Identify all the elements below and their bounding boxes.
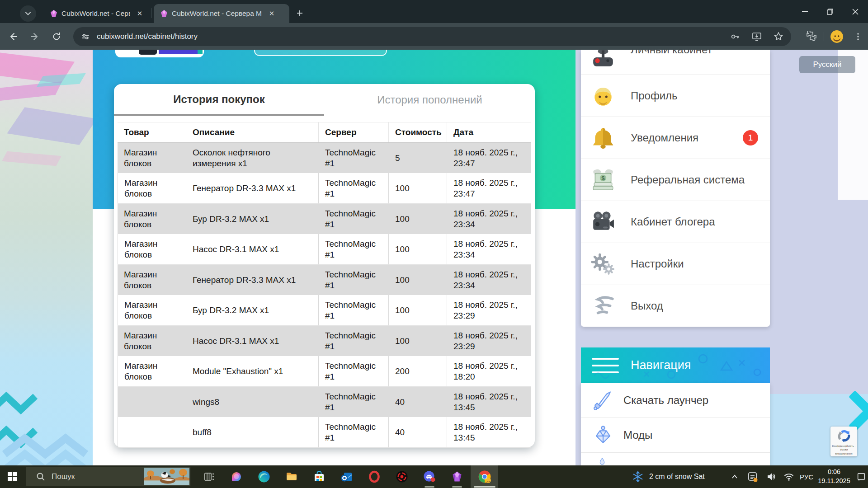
task-view-button[interactable]: [198, 465, 221, 488]
bookmark-star-icon[interactable]: [773, 31, 784, 42]
table-cell-server: TechnoMagic #1: [319, 265, 389, 295]
table-header-cell: Товар: [118, 122, 186, 142]
table-cell-description: Генератор DR-3.3 MAX x1: [186, 265, 319, 295]
search-icon: [36, 472, 45, 481]
table-cell-product: Магазин блоков: [118, 326, 186, 356]
outlook-icon: [340, 470, 353, 483]
tray-news-button[interactable]: [744, 465, 761, 488]
table-cell-server: TechnoMagic #1: [319, 417, 389, 447]
browser-tab-2-active[interactable]: CubixWorld.net - Сервера Май ✕: [154, 4, 289, 23]
tray-language-button[interactable]: РУС: [797, 465, 816, 488]
table-cell-description: Насос DR-3.1 MAX x1: [186, 234, 319, 264]
table-row: Магазин блоковНасос DR-3.1 MAX x1TechnoM…: [118, 326, 531, 356]
window-minimize-button[interactable]: [792, 0, 817, 23]
dash-icon: [591, 294, 615, 318]
clock-date: 19.11.2025: [818, 477, 850, 486]
table-cell-date: 18 нояб. 2025 г.,23:34: [447, 204, 531, 234]
tray-network-button[interactable]: [780, 465, 797, 488]
navigation-item[interactable]: Скачать лаунчер: [581, 383, 770, 418]
running-indicator: [474, 486, 495, 488]
taskbar-app-cubix-launcher[interactable]: [443, 465, 471, 488]
taskbar-app-opera[interactable]: [360, 465, 388, 488]
background-art-left: [0, 50, 93, 465]
taskbar-app-game-launcher[interactable]: [388, 465, 415, 488]
taskbar-app-chrome[interactable]: [471, 465, 498, 488]
cubix-launcher-icon: [451, 470, 463, 483]
notification-badge: 1: [743, 130, 758, 145]
account-menu-item-label: Профиль: [631, 89, 678, 102]
taskbar-app-store[interactable]: [305, 465, 333, 488]
extensions-puzzle-icon[interactable]: [806, 31, 817, 42]
profile-avatar[interactable]: [830, 30, 844, 43]
tab-search-button[interactable]: [20, 5, 36, 22]
browser-menu-kebab-icon[interactable]: [854, 32, 863, 41]
window-close-button[interactable]: [843, 0, 868, 23]
navigation-item[interactable]: Моды: [581, 418, 770, 453]
tray-expand-button[interactable]: [727, 465, 742, 488]
navigation-header: Навигация: [581, 347, 770, 383]
recaptcha-terms-text[interactable]: Конфіденційність · Умови використання: [830, 444, 857, 455]
tab-close-icon[interactable]: ✕: [135, 9, 145, 19]
account-menu-item[interactable]: Уведомления1: [581, 117, 770, 159]
account-menu-item[interactable]: Настройки: [581, 243, 770, 285]
recaptcha-badge[interactable]: Конфіденційність · Умови використання: [830, 427, 857, 456]
browser-tab-1[interactable]: CubixWorld.net - Сервера Май ✕: [43, 4, 149, 23]
back-button[interactable]: [5, 28, 22, 45]
tab-topup-history[interactable]: История пополнений: [325, 84, 535, 116]
account-menu-item[interactable]: Выход: [581, 285, 770, 327]
account-menu-item-label: Настройки: [631, 258, 684, 270]
taskbar-app-outlook[interactable]: [333, 465, 360, 488]
site-info-icon[interactable]: [80, 32, 90, 42]
password-key-icon[interactable]: [730, 31, 741, 42]
table-cell-cost: 40: [389, 417, 447, 447]
account-menu-item[interactable]: Кабинет блогера: [581, 201, 770, 243]
action-center-button[interactable]: [854, 465, 868, 488]
url-text[interactable]: cubixworld.net/cabinet/history: [97, 32, 198, 41]
tray-clock[interactable]: 0:06 19.11.2025: [815, 465, 854, 488]
account-menu-item-label: Уведомления: [631, 131, 698, 144]
start-button[interactable]: [0, 465, 24, 488]
address-bar[interactable]: cubixworld.net/cabinet/history: [73, 27, 791, 46]
taskbar-app-file-explorer[interactable]: [278, 465, 305, 488]
task-view-icon: [203, 471, 215, 483]
navigation-item-label: Моды: [623, 429, 652, 441]
back-arrow-icon: [9, 32, 18, 41]
table-cell-description: Бур DR-3.2 MAX x1: [186, 295, 319, 325]
partial-outline-button-top: [254, 50, 387, 56]
taskbar-app-discord[interactable]: [415, 465, 443, 488]
money-wings-icon: $: [591, 168, 615, 192]
account-menu-item[interactable]: Профиль: [581, 75, 770, 117]
table-cell-server: TechnoMagic #1: [319, 295, 389, 325]
taskbar-search-box[interactable]: Пошук: [26, 467, 190, 486]
install-app-icon[interactable]: [751, 31, 762, 42]
account-menu-item[interactable]: Личный кабинет: [581, 50, 770, 75]
movie-camera-icon: [591, 210, 615, 234]
taskbar-app-copilot[interactable]: [222, 465, 250, 488]
table-cell-server: TechnoMagic #1: [319, 204, 389, 234]
language-button[interactable]: Русский: [799, 56, 855, 73]
table-row: wings8TechnoMagic #14018 нояб. 2025 г.,1…: [118, 387, 531, 417]
window-restore-button[interactable]: [817, 0, 843, 23]
table-row: Магазин блоковГенератор DR-3.3 MAX x1Tec…: [118, 265, 531, 295]
forward-button[interactable]: [26, 28, 43, 45]
table-header-cell: Описание: [186, 122, 319, 142]
table-row: Магазин блоковНасос DR-3.1 MAX x1TechnoM…: [118, 234, 531, 265]
tab-close-icon[interactable]: ✕: [267, 9, 277, 19]
account-menu-item[interactable]: $Реферальная система: [581, 159, 770, 201]
account-menu-item-label: Реферальная система: [631, 174, 745, 186]
table-cell-product: Магазин блоков: [118, 356, 186, 386]
table-cell-server: TechnoMagic #1: [319, 356, 389, 386]
man-icon: [591, 84, 615, 108]
tray-volume-button[interactable]: [763, 465, 779, 488]
table-cell-cost: 100: [389, 204, 447, 234]
search-highlight-image[interactable]: [144, 468, 189, 485]
cubixworld-favicon-gem-icon: [50, 9, 58, 18]
table-cell-product: Магазин блоков: [118, 265, 186, 295]
new-tab-button[interactable]: [293, 6, 307, 20]
taskbar-app-edge[interactable]: [250, 465, 278, 488]
navigation-item[interactable]: [581, 453, 770, 465]
taskbar-weather[interactable]: 2 cm of snow Sat: [632, 465, 705, 488]
tab-purchase-history[interactable]: История покупок: [114, 84, 324, 116]
windows-logo-icon: [8, 472, 17, 481]
reload-button[interactable]: [48, 28, 65, 45]
